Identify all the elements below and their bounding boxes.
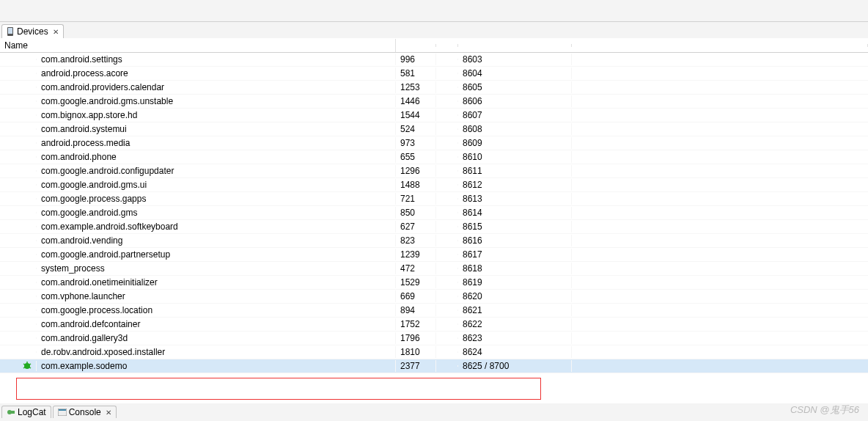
row-icon-cell bbox=[0, 351, 37, 353]
process-table: com.android.settings9968603android.proce… bbox=[0, 53, 868, 403]
table-row[interactable]: com.google.android.gms.ui14888612 bbox=[0, 178, 868, 192]
close-icon[interactable]: ✕ bbox=[106, 409, 111, 417]
process-pid: 669 bbox=[396, 290, 436, 302]
process-name: com.android.phone bbox=[37, 151, 396, 163]
row-icon-cell bbox=[0, 282, 37, 283]
row-icon-cell bbox=[0, 73, 37, 74]
process-port: 8622 bbox=[458, 318, 572, 330]
table-row[interactable]: com.android.phone6558610 bbox=[0, 150, 868, 164]
table-row[interactable]: com.google.process.location8948621 bbox=[0, 304, 868, 318]
row-icon-cell bbox=[0, 114, 37, 116]
process-pid: 1752 bbox=[396, 318, 436, 330]
process-name: com.android.onetimeinitializer bbox=[37, 277, 396, 288]
process-pid: 973 bbox=[396, 137, 436, 149]
column-header-port[interactable] bbox=[458, 44, 572, 47]
process-name: com.android.gallery3d bbox=[37, 332, 396, 344]
table-row[interactable]: com.android.gallery3d17968623 bbox=[0, 332, 868, 345]
close-icon[interactable]: ✕ bbox=[53, 28, 59, 36]
blank-cell bbox=[436, 170, 458, 172]
console-tab-label: Console bbox=[69, 407, 101, 417]
process-pid: 996 bbox=[396, 54, 436, 65]
table-row[interactable]: com.google.android.gms.unstable14468606 bbox=[0, 95, 868, 109]
row-icon-cell bbox=[0, 310, 37, 311]
table-row[interactable]: com.android.providers.calendar12538605 bbox=[0, 81, 868, 95]
process-name: com.google.process.gapps bbox=[37, 193, 396, 205]
process-name: android.process.acore bbox=[37, 67, 396, 79]
process-pid: 721 bbox=[396, 193, 436, 205]
table-row[interactable]: android.process.acore5818604 bbox=[0, 67, 868, 81]
process-pid: 1544 bbox=[396, 109, 436, 121]
process-port: 8615 bbox=[458, 221, 572, 233]
blank-cell bbox=[436, 198, 458, 199]
table-row[interactable]: com.google.android.gms8508614 bbox=[0, 206, 868, 220]
process-port: 8623 bbox=[458, 332, 572, 344]
process-port: 8618 bbox=[458, 263, 572, 274]
table-row[interactable]: com.android.defcontainer17528622 bbox=[0, 318, 868, 332]
column-header-extra[interactable] bbox=[572, 44, 868, 47]
column-header-pid[interactable] bbox=[396, 44, 436, 47]
blank-cell bbox=[436, 128, 458, 130]
process-name: com.google.android.gms bbox=[37, 207, 396, 219]
bug-icon bbox=[23, 362, 32, 370]
process-pid: 850 bbox=[396, 207, 436, 219]
process-port: 8625 / 8700 bbox=[458, 360, 572, 372]
logcat-tab[interactable]: LogCat bbox=[1, 406, 51, 418]
table-row[interactable]: com.example.android.softkeyboard6278615 bbox=[0, 220, 868, 234]
table-row[interactable]: com.android.systemui5248608 bbox=[0, 122, 868, 136]
process-name: system_process bbox=[37, 263, 396, 274]
process-pid: 1488 bbox=[396, 179, 436, 191]
blank-cell bbox=[436, 184, 458, 186]
blank-cell bbox=[436, 114, 458, 116]
table-row[interactable]: com.android.settings9968603 bbox=[0, 53, 868, 67]
console-tab[interactable]: Console ✕ bbox=[53, 406, 117, 418]
process-pid: 1529 bbox=[396, 277, 436, 288]
table-row[interactable]: system_process4728618 bbox=[0, 262, 868, 276]
process-port: 8624 bbox=[458, 346, 572, 358]
console-icon bbox=[58, 409, 67, 416]
process-pid: 1296 bbox=[396, 165, 436, 177]
process-port: 8617 bbox=[458, 249, 572, 260]
devices-tab[interactable]: Devices ✕ bbox=[1, 24, 64, 38]
process-port: 8607 bbox=[458, 109, 572, 121]
process-pid: 581 bbox=[396, 67, 436, 79]
process-port: 8604 bbox=[458, 67, 572, 79]
process-name: com.google.android.gms.unstable bbox=[37, 95, 396, 107]
process-port: 8605 bbox=[458, 81, 572, 93]
process-pid: 1253 bbox=[396, 81, 436, 93]
process-name: com.google.android.gms.ui bbox=[37, 179, 396, 191]
row-icon-cell bbox=[0, 198, 37, 199]
watermark: CSDN @鬼手56 bbox=[790, 403, 859, 417]
blank-cell bbox=[436, 226, 458, 227]
toolbar bbox=[0, 0, 868, 22]
svg-rect-1 bbox=[8, 28, 12, 34]
blank-cell bbox=[436, 268, 458, 269]
table-row[interactable]: com.google.android.configupdater12968611 bbox=[0, 164, 868, 178]
row-icon-cell bbox=[0, 142, 37, 144]
table-row[interactable]: com.bignox.app.store.hd15448607 bbox=[0, 109, 868, 122]
blank-cell bbox=[436, 212, 458, 213]
table-row[interactable]: android.process.media9738609 bbox=[0, 136, 868, 150]
table-row[interactable]: com.google.process.gapps7218613 bbox=[0, 192, 868, 206]
process-port: 8613 bbox=[458, 193, 572, 205]
blank-cell bbox=[436, 156, 458, 158]
process-name: com.google.process.location bbox=[37, 304, 396, 316]
blank-cell bbox=[436, 351, 458, 353]
table-row[interactable]: com.android.vending8238616 bbox=[0, 234, 868, 248]
table-row[interactable]: com.vphone.launcher6698620 bbox=[0, 290, 868, 304]
phone-icon bbox=[7, 27, 14, 36]
process-name: com.example.sodemo bbox=[37, 360, 396, 372]
table-row[interactable]: com.google.android.partnersetup12398617 bbox=[0, 248, 868, 262]
table-row[interactable]: com.android.onetimeinitializer15298619 bbox=[0, 276, 868, 290]
column-header-name[interactable]: Name bbox=[0, 39, 396, 52]
logcat-tab-label: LogCat bbox=[18, 407, 46, 417]
process-name: com.bignox.app.store.hd bbox=[37, 109, 396, 121]
row-icon-cell bbox=[0, 226, 37, 227]
table-header: Name bbox=[0, 38, 868, 53]
process-pid: 627 bbox=[396, 221, 436, 233]
table-row[interactable]: de.robv.android.xposed.installer18108624 bbox=[0, 345, 868, 359]
process-name: com.example.android.softkeyboard bbox=[37, 221, 396, 233]
column-header-blank[interactable] bbox=[436, 44, 458, 47]
process-port: 8621 bbox=[458, 304, 572, 316]
table-row[interactable]: com.example.sodemo23778625 / 8700 bbox=[0, 359, 868, 373]
process-name: com.android.settings bbox=[37, 54, 396, 65]
